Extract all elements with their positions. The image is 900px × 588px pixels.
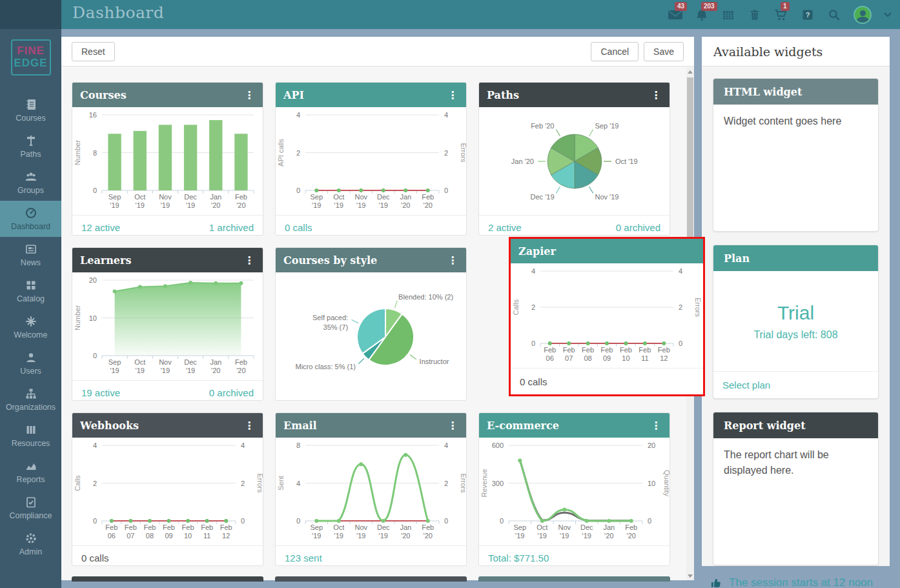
widget-ecommerce-header[interactable]: E-commerce ⋮ <box>479 413 670 438</box>
svg-text:Sep: Sep <box>108 358 121 366</box>
help-icon[interactable]: ? <box>800 7 815 23</box>
paths-active-link[interactable]: 2 active <box>488 222 522 233</box>
svg-text:2: 2 <box>679 303 682 311</box>
sidebar-item-users[interactable]: Users <box>0 345 61 381</box>
svg-text:0: 0 <box>679 340 682 347</box>
sidebar-item-organizations[interactable]: Organizations <box>0 381 61 418</box>
announcement[interactable]: The session starts at 12 noon <box>710 576 891 588</box>
fineedge-logo[interactable]: FINE EDGE <box>11 39 51 76</box>
html-widget-header[interactable]: HTML widget <box>713 79 878 105</box>
widget-ecommerce[interactable]: E-commerce ⋮ 030060001020RevenueQuantity… <box>478 412 670 566</box>
widget-zapier-highlighted[interactable]: Zapier 024024CallsErrorsFeb06Feb07Feb08F… <box>509 237 705 396</box>
available-widget-plan[interactable]: Plan Trial Trial days left: 808 Select p… <box>713 245 879 399</box>
paths-archived-link[interactable]: 0 archived <box>616 222 660 233</box>
widget-courses-by-style[interactable]: Courses by style ⋮ Blended: 10% (2)Instr… <box>275 247 467 401</box>
kebab-menu-icon[interactable]: ⋮ <box>447 89 458 101</box>
sidebar-item-label: Welcome <box>14 330 48 340</box>
cart-icon[interactable]: 1 <box>773 7 789 23</box>
email-sent-link[interactable]: 123 sent <box>285 553 322 563</box>
partial-widget-header <box>478 576 670 582</box>
sidebar-item-dashboard[interactable]: Dashboard <box>0 201 61 237</box>
learners-active-link[interactable]: 19 active <box>81 387 120 398</box>
logo-line1: FINE <box>17 45 45 57</box>
cancel-button[interactable]: Cancel <box>591 42 639 61</box>
widget-webhooks[interactable]: Webhooks ⋮ 024024CallsErrorsFeb06Feb07Fe… <box>72 412 263 566</box>
sidebar-item-resources[interactable]: Resources <box>0 418 61 454</box>
plan-widget-header[interactable]: Plan <box>713 245 878 271</box>
scroll-up-arrow[interactable] <box>686 67 694 76</box>
svg-text:0: 0 <box>444 517 448 525</box>
sidebar-item-courses[interactable]: Courses <box>0 92 61 128</box>
svg-text:Jan: Jan <box>400 193 411 201</box>
kebab-menu-icon[interactable]: ⋮ <box>447 420 458 432</box>
calendar-grid-icon[interactable] <box>721 7 736 23</box>
widget-zapier-header[interactable]: Zapier <box>511 239 703 263</box>
widget-courses-by-style-header[interactable]: Courses by style ⋮ <box>276 248 466 272</box>
widget-paths-header[interactable]: Paths ⋮ <box>479 83 670 107</box>
messages-icon[interactable]: 43 <box>668 7 683 23</box>
svg-text:20: 20 <box>89 276 97 284</box>
html-widget-content: Widget content goes here <box>713 105 878 231</box>
available-widget-html[interactable]: HTML widget Widget content goes here <box>713 78 879 232</box>
widget-paths[interactable]: Paths ⋮ Sep '19Oct '19Nov '19Dec '19Jan … <box>478 82 670 236</box>
svg-text:35% (7): 35% (7) <box>323 323 349 331</box>
scroll-down-arrow[interactable] <box>686 571 694 580</box>
courses-active-link[interactable]: 12 active <box>81 222 120 233</box>
sidebar-item-compliance[interactable]: Compliance <box>0 490 61 526</box>
sidebar-item-label: Catalog <box>17 294 45 303</box>
courses-archived-link[interactable]: 1 archived <box>209 222 254 233</box>
reset-button[interactable]: Reset <box>72 42 115 61</box>
avatar <box>854 6 872 24</box>
kebab-menu-icon[interactable]: ⋮ <box>650 89 662 101</box>
svg-text:Feb: Feb <box>125 523 137 531</box>
widget-learners-header[interactable]: Learners ⋮ <box>72 248 263 272</box>
partial-widget-row <box>72 576 680 582</box>
trash-icon[interactable] <box>747 7 762 23</box>
sidebar-item-paths[interactable]: Paths <box>0 128 61 165</box>
svg-text:Feb: Feb <box>201 523 213 531</box>
available-widgets-panel: Available widgets HTML widget Widget con… <box>702 37 890 566</box>
learners-archived-link[interactable]: 0 archived <box>209 387 254 398</box>
kebab-menu-icon[interactable]: ⋮ <box>447 254 458 267</box>
ecommerce-line-chart: 030060001020RevenueQuantitySep'19Oct'19N… <box>479 438 670 543</box>
api-calls-link[interactable]: 0 calls <box>285 222 312 233</box>
save-button[interactable]: Save <box>644 42 684 61</box>
select-plan-link[interactable]: Select plan <box>722 380 770 390</box>
notifications-bell-icon[interactable]: 203 <box>694 7 710 23</box>
sparkle-icon <box>25 315 37 328</box>
chevron-down-icon[interactable] <box>883 7 892 23</box>
widget-courses[interactable]: Courses ⋮ 0816NumberSep'19Oct'19Nov'19De… <box>72 82 263 236</box>
widget-courses-header[interactable]: Courses ⋮ <box>72 83 263 107</box>
widget-email-header[interactable]: Email ⋮ <box>276 413 466 438</box>
sidebar-item-admin[interactable]: Admin <box>0 526 61 562</box>
svg-text:'20: '20 <box>424 532 433 540</box>
notifications-badge: 203 <box>701 2 717 11</box>
report-widget-header[interactable]: Report widget <box>713 412 878 438</box>
svg-text:Feb: Feb <box>625 523 637 531</box>
widget-email[interactable]: Email ⋮ 048024SentErrorsSep'19Oct'19Nov'… <box>275 412 467 566</box>
svg-text:Oct: Oct <box>537 523 547 531</box>
sidebar-item-catalog[interactable]: Catalog <box>0 273 61 309</box>
svg-text:4: 4 <box>444 111 448 119</box>
kebab-menu-icon[interactable]: ⋮ <box>243 254 255 267</box>
widget-api-header[interactable]: API ⋮ <box>276 83 466 107</box>
user-avatar[interactable] <box>853 5 872 25</box>
svg-text:'19: '19 <box>379 201 388 209</box>
sidebar-item-groups[interactable]: Groups <box>0 165 61 201</box>
widget-learners[interactable]: Learners ⋮ 01020NumberSep'19Oct'19Nov'19… <box>72 247 263 401</box>
svg-text:2: 2 <box>531 303 535 311</box>
sidebar-item-reports[interactable]: Reports <box>0 454 61 490</box>
widget-webhooks-header[interactable]: Webhooks ⋮ <box>72 413 263 438</box>
svg-text:'19: '19 <box>186 201 195 209</box>
sidebar-item-welcome[interactable]: Welcome <box>0 309 61 345</box>
widget-api[interactable]: API ⋮ 024024API callsErrorsSep'19Oct'19N… <box>275 82 467 236</box>
svg-text:Nov: Nov <box>159 193 172 201</box>
kebab-menu-icon[interactable]: ⋮ <box>243 420 255 432</box>
kebab-menu-icon[interactable]: ⋮ <box>650 420 662 432</box>
ecommerce-total-link[interactable]: Total: $771.50 <box>488 553 549 563</box>
available-widget-report[interactable]: Report widget The report chart will be d… <box>713 412 879 565</box>
svg-text:07: 07 <box>565 354 573 362</box>
kebab-menu-icon[interactable]: ⋮ <box>243 89 255 101</box>
sidebar-item-news[interactable]: News <box>0 237 61 273</box>
search-icon[interactable] <box>826 7 842 23</box>
